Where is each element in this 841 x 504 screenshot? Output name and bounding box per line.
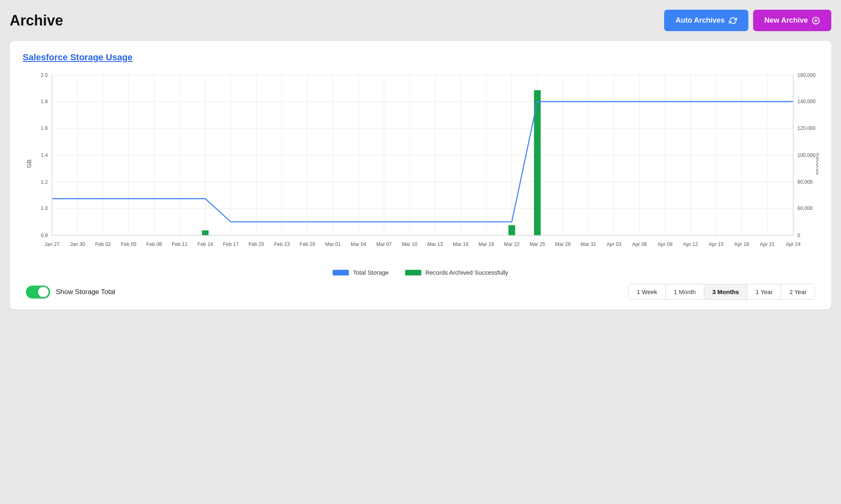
time-range-buttons: 1 Week 1 Month 3 Months 1 Year 2 Year	[628, 284, 815, 300]
time-btn-1week[interactable]: 1 Week	[629, 284, 666, 299]
chart-container: 2.0 1.8 1.6 1.4 1.2 1.0 0.8 GB 160,000 1…	[23, 71, 818, 265]
svg-text:Feb 17: Feb 17	[223, 241, 239, 247]
svg-text:0.8: 0.8	[41, 233, 48, 238]
svg-text:Apr 18: Apr 18	[734, 241, 749, 247]
svg-text:Records: Records	[815, 152, 818, 174]
svg-text:Mar 28: Mar 28	[555, 241, 571, 247]
auto-archives-label: Auto Archives	[675, 16, 724, 25]
legend-records-archived: Records Archived Successfully	[405, 269, 508, 276]
svg-text:Mar 25: Mar 25	[529, 241, 545, 247]
bottom-bar: Show Storage Total 1 Week 1 Month 3 Mont…	[23, 284, 818, 300]
svg-text:Mar 19: Mar 19	[478, 241, 494, 247]
svg-text:Feb 14: Feb 14	[198, 241, 213, 247]
legend-green-box	[405, 270, 421, 275]
svg-text:1.6: 1.6	[41, 125, 48, 131]
storage-chart: 2.0 1.8 1.6 1.4 1.2 1.0 0.8 GB 160,000 1…	[23, 71, 818, 265]
svg-text:Apr 15: Apr 15	[709, 241, 724, 247]
svg-text:Mar 16: Mar 16	[453, 241, 469, 247]
svg-text:Apr 06: Apr 06	[632, 241, 647, 247]
svg-text:Feb 20: Feb 20	[248, 241, 264, 247]
svg-text:Feb 05: Feb 05	[121, 241, 136, 247]
svg-text:Apr 09: Apr 09	[658, 241, 673, 247]
svg-text:Mar 10: Mar 10	[402, 241, 418, 247]
svg-text:160,000: 160,000	[797, 72, 816, 78]
time-btn-3months[interactable]: 3 Months	[704, 284, 748, 299]
svg-text:GB: GB	[26, 159, 32, 168]
svg-text:Mar 13: Mar 13	[427, 241, 443, 247]
page-header: Archive Auto Archives New Archive	[10, 10, 831, 31]
auto-archives-button[interactable]: Auto Archives	[664, 10, 748, 31]
svg-text:Mar 01: Mar 01	[325, 241, 341, 247]
legend-total-storage-label: Total Storage	[353, 269, 389, 276]
svg-text:Mar 07: Mar 07	[376, 241, 392, 247]
sync-icon	[729, 17, 737, 25]
new-archive-label: New Archive	[765, 16, 808, 25]
svg-text:Mar 22: Mar 22	[504, 241, 520, 247]
svg-text:1.8: 1.8	[41, 99, 48, 104]
svg-text:Feb 11: Feb 11	[172, 241, 188, 247]
svg-text:Mar 31: Mar 31	[581, 241, 597, 247]
svg-text:Apr 21: Apr 21	[760, 241, 775, 247]
toggle-thumb	[38, 287, 49, 297]
svg-text:1.4: 1.4	[41, 152, 48, 158]
time-btn-2year[interactable]: 2 Year	[781, 284, 815, 299]
svg-text:Apr 12: Apr 12	[683, 241, 698, 247]
svg-text:120,000: 120,000	[797, 125, 816, 131]
svg-text:60,000: 60,000	[797, 205, 813, 211]
svg-text:140,000: 140,000	[797, 99, 816, 104]
header-buttons: Auto Archives New Archive	[664, 10, 831, 31]
svg-text:Mar 04: Mar 04	[351, 241, 367, 247]
page-title: Archive	[10, 12, 63, 29]
storage-card: Salesforce Storage Usage	[10, 41, 831, 309]
time-btn-1month[interactable]: 1 Month	[666, 284, 704, 299]
card-title[interactable]: Salesforce Storage Usage	[23, 52, 818, 63]
plus-circle-icon	[812, 17, 820, 25]
chart-legend: Total Storage Records Archived Successfu…	[23, 269, 818, 276]
new-archive-button[interactable]: New Archive	[753, 10, 831, 31]
svg-text:Jan 27: Jan 27	[45, 241, 59, 247]
svg-text:80,000: 80,000	[797, 179, 813, 185]
svg-text:Feb 26: Feb 26	[299, 241, 315, 247]
time-btn-1year[interactable]: 1 Year	[748, 284, 782, 299]
svg-text:Feb 23: Feb 23	[274, 241, 290, 247]
svg-text:0: 0	[797, 233, 800, 238]
legend-total-storage: Total Storage	[333, 269, 389, 276]
svg-text:Apr 03: Apr 03	[607, 241, 622, 247]
legend-records-archived-label: Records Archived Successfully	[425, 269, 508, 276]
svg-rect-56	[202, 230, 209, 235]
svg-text:Feb 02: Feb 02	[95, 241, 111, 247]
svg-text:Feb 08: Feb 08	[147, 241, 162, 247]
svg-text:2.0: 2.0	[41, 72, 48, 78]
show-storage-toggle[interactable]	[26, 286, 50, 299]
toggle-track	[26, 286, 50, 299]
svg-text:1.2: 1.2	[41, 179, 48, 185]
svg-text:Jan 30: Jan 30	[70, 241, 85, 247]
svg-text:Apr 24: Apr 24	[786, 241, 801, 247]
svg-text:100,000: 100,000	[797, 152, 816, 158]
svg-text:1.0: 1.0	[41, 205, 48, 211]
legend-blue-box	[333, 270, 349, 275]
svg-rect-57	[508, 225, 515, 235]
show-storage-toggle-label: Show Storage Total	[26, 286, 115, 299]
show-storage-text: Show Storage Total	[56, 288, 115, 296]
